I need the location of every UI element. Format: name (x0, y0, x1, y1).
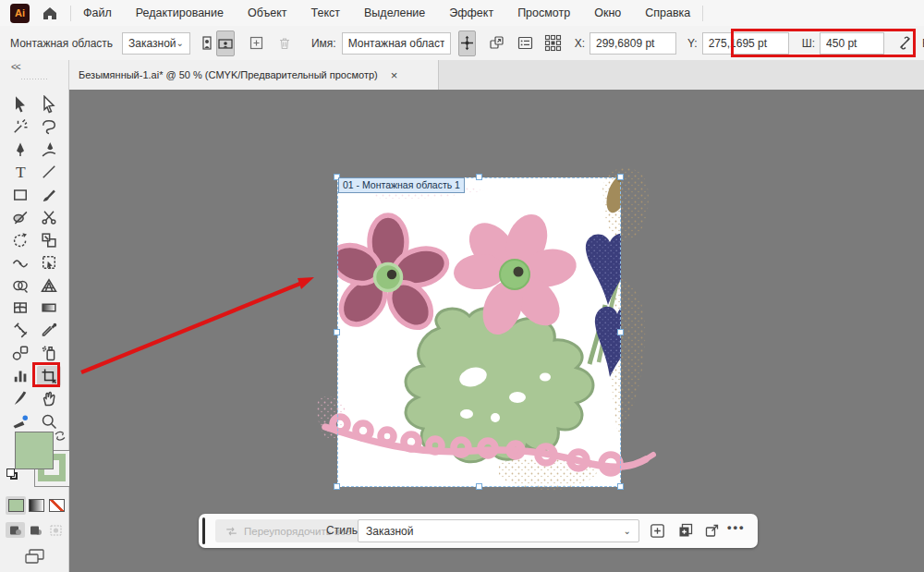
rotate-tool[interactable] (8, 230, 32, 250)
lasso-tool[interactable] (37, 116, 61, 137)
delete-artboard-button (278, 34, 291, 53)
screen-mode-icon[interactable] (24, 548, 46, 565)
annotation-box-artboard-tool (32, 362, 60, 387)
artboard-handle-n[interactable] (476, 174, 482, 180)
artboard-handle-s[interactable] (476, 483, 482, 490)
artboard-handle-ne[interactable] (617, 174, 624, 180)
menu-view[interactable]: Просмотр (505, 1, 582, 26)
artboard-handle-w[interactable] (334, 329, 340, 335)
home-icon[interactable] (41, 5, 59, 21)
panel-grip[interactable] (20, 78, 48, 81)
style-select[interactable]: Заказной⌄ (358, 519, 639, 542)
menu-object[interactable]: Объект (236, 1, 299, 26)
tools-panel: << T (0, 60, 69, 572)
selection-tool[interactable] (8, 94, 32, 115)
rotate-view-tool[interactable] (8, 411, 32, 432)
rectangle-tool[interactable] (8, 185, 32, 205)
artboard-name-tag: 01 - Монтажная область 1 (338, 177, 465, 193)
document-tab-bar: Безымянный-1.ai* @ 50 % (CMYK/Предварите… (69, 60, 924, 90)
artboard-panel-label: Монтажная область (10, 37, 113, 50)
menu-effect[interactable]: Эффект (437, 1, 505, 26)
rearrange-icon (225, 525, 238, 538)
landscape-orientation-button[interactable] (216, 30, 235, 56)
type-tool[interactable]: T (8, 162, 32, 182)
measure-tool[interactable] (8, 321, 32, 341)
close-tab-icon[interactable]: × (391, 68, 398, 82)
line-segment-tool[interactable] (37, 162, 61, 182)
artboard-handle-e[interactable] (617, 329, 624, 335)
artboard-options-move-icon[interactable] (489, 33, 505, 54)
x-label: X: (575, 37, 585, 50)
menu-select[interactable]: Выделение (352, 1, 437, 26)
document-tab[interactable]: Безымянный-1.ai* @ 50 % (CMYK/Предварите… (69, 60, 439, 90)
scale-tool[interactable] (37, 230, 61, 250)
duplicate-artboard-icon[interactable] (677, 522, 694, 539)
y-label: Y: (687, 37, 698, 50)
illustrator-logo-icon[interactable]: Ai (10, 4, 30, 23)
draw-normal-button[interactable] (6, 522, 25, 538)
chevron-down-icon: ⌄ (624, 526, 631, 536)
artboard-selection-border[interactable] (337, 177, 621, 487)
hand-tool[interactable] (37, 388, 61, 408)
curvature-tool[interactable] (37, 140, 61, 160)
default-fill-stroke-icon[interactable] (6, 469, 18, 481)
annotation-arrow (72, 271, 323, 382)
new-artboard-icon[interactable] (649, 522, 665, 539)
x-position-input[interactable] (590, 32, 676, 55)
annotation-box-dimensions (731, 29, 916, 57)
artboard-handle-sw[interactable] (334, 483, 340, 490)
style-label: Стиль: (326, 524, 360, 537)
bar-handle[interactable] (202, 517, 205, 544)
draw-behind-button[interactable] (26, 522, 45, 538)
chevron-down-icon: ⌄ (176, 38, 184, 48)
artboard-settings-icon[interactable] (517, 33, 533, 54)
export-artboard-icon[interactable] (703, 522, 720, 539)
gradient-tool[interactable] (37, 298, 61, 318)
eyedropper-tool[interactable] (37, 321, 61, 341)
menu-bar: Ai Файл Редактирование Объект Текст Выде… (0, 0, 924, 27)
symbol-sprayer-tool[interactable] (37, 343, 61, 363)
artboard-handle-se[interactable] (617, 483, 624, 490)
magic-wand-tool[interactable] (8, 116, 32, 137)
menu-help[interactable]: Справка (633, 1, 702, 26)
shape-builder-tool[interactable] (8, 275, 32, 296)
perspective-grid-tool[interactable] (37, 275, 61, 296)
svg-text:T: T (16, 163, 26, 181)
fill-color-swatch[interactable] (15, 432, 54, 469)
menu-separator (702, 6, 703, 21)
portrait-orientation-button[interactable] (200, 31, 214, 55)
name-label: Имя: (311, 37, 336, 50)
pen-tool[interactable] (8, 140, 32, 160)
menu-window[interactable]: Окно (582, 1, 633, 26)
shaper-tool[interactable] (8, 207, 32, 227)
artboard-preset-select[interactable]: Заказной⌄ (122, 32, 190, 55)
direct-selection-tool[interactable] (37, 94, 61, 115)
menu-edit[interactable]: Редактирование (124, 1, 236, 26)
scissors-tool[interactable] (37, 207, 61, 227)
artboard-name-input[interactable] (342, 32, 451, 55)
gradient-mode-button[interactable] (26, 496, 46, 515)
new-artboard-button[interactable] (249, 34, 263, 53)
mesh-tool[interactable] (8, 298, 32, 318)
collapse-panel-icon[interactable]: << (11, 62, 20, 72)
column-graph-tool[interactable] (8, 366, 32, 386)
document-title: Безымянный-1.ai* @ 50 % (CMYK/Предварите… (79, 69, 378, 80)
rearrange-artboards-icon[interactable] (544, 32, 562, 55)
width-tool[interactable] (8, 252, 32, 273)
free-transform-tool[interactable] (37, 252, 61, 273)
slice-tool[interactable] (8, 388, 32, 408)
none-mode-button[interactable] (46, 496, 67, 515)
more-options-icon[interactable]: ••• (727, 520, 746, 534)
color-mode-button[interactable] (6, 496, 26, 515)
menu-file[interactable]: Файл (71, 1, 124, 26)
move-with-artboard-toggle[interactable] (458, 30, 476, 56)
menu-type[interactable]: Текст (299, 1, 352, 26)
artboard-options-bar: Переупорядочить все Стиль: Заказной⌄ ••• (199, 514, 758, 548)
swap-fill-stroke-icon[interactable] (53, 429, 67, 444)
draw-inside-button (46, 522, 66, 538)
blend-tool[interactable] (8, 343, 32, 363)
paintbrush-tool[interactable] (37, 185, 61, 205)
